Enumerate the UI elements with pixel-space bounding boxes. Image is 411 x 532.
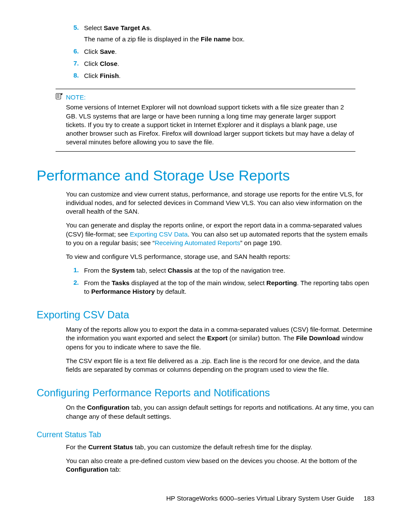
heading-2: Configuring Performance Reports and Noti…: [37, 387, 374, 399]
note-label: NOTE:: [66, 93, 86, 101]
list-item: 7. Click Close.: [66, 59, 374, 68]
page-footer: HP StorageWorks 6000–series Virtual Libr…: [166, 495, 374, 502]
list-body: Select Save Target As. The name of a zip…: [84, 24, 374, 44]
ordered-list-top: 5. Select Save Target As. The name of a …: [66, 24, 374, 80]
list-number: 6.: [66, 47, 84, 56]
list-item: 8. Click Finish.: [66, 72, 374, 80]
note-block: NOTE: Some versions of Internet Explorer…: [56, 89, 355, 151]
list-number: 2.: [66, 279, 84, 296]
heading-3: Current Status Tab: [37, 430, 374, 439]
list-item: 1. From the System tab, select Chassis a…: [66, 266, 374, 275]
list-body: Click Save.: [84, 47, 374, 56]
ordered-list-mid: 1. From the System tab, select Chassis a…: [66, 266, 374, 296]
note-icon: [56, 93, 63, 101]
paragraph: For the Current Status tab, you can cust…: [66, 443, 374, 451]
list-body: From the System tab, select Chassis at t…: [84, 266, 374, 275]
list-number: 8.: [66, 72, 84, 80]
note-body: Some versions of Internet Explorer will …: [66, 103, 355, 146]
divider: [56, 151, 355, 152]
list-number: 1.: [66, 266, 84, 275]
list-body: From the Tasks displayed at the top of t…: [84, 279, 374, 296]
paragraph: On the Configuration tab, you can assign…: [66, 403, 374, 421]
footer-title: HP StorageWorks 6000–series Virtual Libr…: [166, 495, 354, 502]
divider: [56, 89, 355, 89]
paragraph: You can also create a pre-defined custom…: [66, 457, 374, 474]
paragraph: The CSV export file is a text file deliv…: [66, 357, 374, 374]
list-item: 6. Click Save.: [66, 47, 374, 56]
page-number: 183: [364, 495, 374, 502]
heading-1: Performance and Storage Use Reports: [37, 167, 374, 184]
list-number: 7.: [66, 59, 84, 68]
paragraph: To view and configure VLS performance, s…: [66, 252, 374, 261]
list-number: 5.: [66, 24, 84, 44]
list-body: Click Close.: [84, 59, 374, 68]
heading-2: Exporting CSV Data: [37, 309, 374, 321]
list-item: 2. From the Tasks displayed at the top o…: [66, 279, 374, 296]
list-subtext: The name of a zip file is displayed in t…: [84, 35, 374, 44]
list-body: Click Finish.: [84, 72, 374, 80]
paragraph: You can customize and view current statu…: [66, 190, 374, 216]
link-receiving-reports[interactable]: Receiving Automated Reports: [155, 239, 240, 246]
paragraph: You can generate and display the reports…: [66, 221, 374, 247]
list-item: 5. Select Save Target As. The name of a …: [66, 24, 374, 44]
paragraph: Many of the reports allow you to export …: [66, 325, 374, 352]
link-exporting-csv[interactable]: Exporting CSV Data: [130, 230, 187, 238]
